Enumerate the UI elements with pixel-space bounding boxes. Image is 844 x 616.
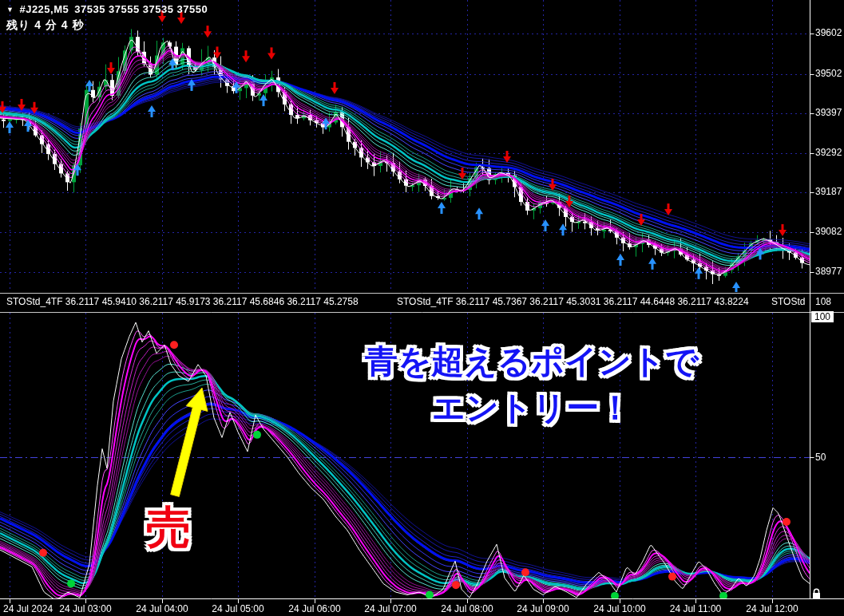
price-axis-label: 39187 [815, 186, 842, 197]
sell-annotation-label: 売 [146, 498, 191, 559]
chevron-down-icon[interactable]: ▼ [6, 6, 14, 14]
entry-annotation: 青を超えるポイントで エントリー！ [348, 338, 715, 431]
time-axis-label: 24 Jul 09:00 [517, 603, 569, 614]
symbol-header: ▼ #J225,M5 37535 37555 37535 37550 [6, 3, 208, 15]
ohlc-quote: 37535 37555 37535 37550 [74, 3, 208, 15]
time-axis-label: 24 Jul 2024 [3, 603, 53, 614]
trading-platform-window: ▼ #J225,M5 37535 37555 37535 37550 残り 4 … [0, 0, 844, 616]
sub-axis-max-label: 108 [815, 296, 831, 307]
indicator-values-clipped: STOStd [771, 296, 805, 307]
time-axis-label: 24 Jul 03:00 [59, 603, 111, 614]
time-axis-label: 24 Jul 07:00 [364, 603, 416, 614]
time-axis-label: 24 Jul 05:00 [212, 603, 264, 614]
price-axis-label: 39292 [815, 147, 842, 158]
price-axis-label: 39602 [815, 27, 842, 38]
indicator-values-right: STOStd_4TF 36.2117 45.7367 36.2117 45.30… [397, 296, 749, 307]
entry-annotation-line1: 青を超えるポイントで [348, 338, 715, 385]
indicator-values-left: STOStd_4TF 36.2117 45.9410 36.2117 45.91… [6, 296, 359, 307]
sub-axis-50-label: 50 [815, 452, 826, 463]
time-axis-label: 24 Jul 06:00 [288, 603, 340, 614]
price-axis-label: 39397 [815, 107, 842, 118]
yellow-up-arrow-icon [160, 383, 216, 506]
candle-timer: 残り 4 分 4 秒 [6, 18, 84, 33]
time-axis-label: 24 Jul 10:00 [593, 603, 645, 614]
chart-canvas[interactable] [0, 0, 844, 616]
lock-icon[interactable] [811, 588, 822, 602]
sub-axis-100-label: 100 [811, 311, 834, 322]
time-axis-label: 24 Jul 04:00 [136, 603, 188, 614]
price-axis-label: 39502 [815, 68, 842, 79]
price-axis-label: 38977 [815, 266, 842, 277]
symbol-name: #J225,M5 [19, 3, 69, 15]
price-axis-label: 39082 [815, 226, 842, 237]
time-axis-label: 24 Jul 12:00 [746, 603, 798, 614]
time-axis-label: 24 Jul 11:00 [670, 603, 722, 614]
time-axis-label: 24 Jul 08:00 [441, 603, 493, 614]
entry-annotation-line2: エントリー！ [348, 385, 715, 431]
